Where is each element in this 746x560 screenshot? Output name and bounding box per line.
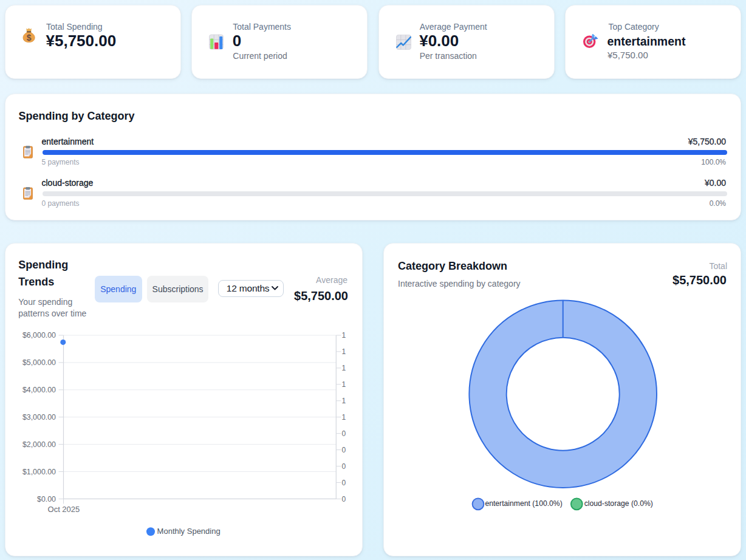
svg-text:$6,000.00: $6,000.00 <box>22 331 56 340</box>
svg-text:$0.00: $0.00 <box>37 495 56 504</box>
svg-text:$2,000.00: $2,000.00 <box>22 440 56 449</box>
svg-text:0: 0 <box>342 446 346 454</box>
svg-text:$: $ <box>27 33 32 43</box>
svg-text:Monthly Spending: Monthly Spending <box>157 527 221 536</box>
svg-text:cloud-storage (0.0%): cloud-storage (0.0%) <box>584 499 653 508</box>
svg-text:1: 1 <box>342 331 346 340</box>
svg-text:1: 1 <box>342 397 346 405</box>
svg-text:1: 1 <box>342 364 346 372</box>
svg-text:0: 0 <box>342 479 346 487</box>
svg-text:$4,000.00: $4,000.00 <box>22 386 56 394</box>
svg-text:1: 1 <box>342 380 346 389</box>
svg-text:0: 0 <box>342 429 346 438</box>
svg-text:$3,000.00: $3,000.00 <box>22 413 56 422</box>
svg-text:1: 1 <box>342 347 346 356</box>
svg-text:1: 1 <box>342 413 346 422</box>
svg-text:Oct 2025: Oct 2025 <box>48 505 80 514</box>
svg-text:$1,000.00: $1,000.00 <box>22 468 56 476</box>
svg-text:0: 0 <box>342 495 346 504</box>
svg-text:0: 0 <box>342 462 346 471</box>
svg-text:$5,000.00: $5,000.00 <box>22 358 56 367</box>
svg-text:entertainment (100.0%): entertainment (100.0%) <box>485 499 562 508</box>
